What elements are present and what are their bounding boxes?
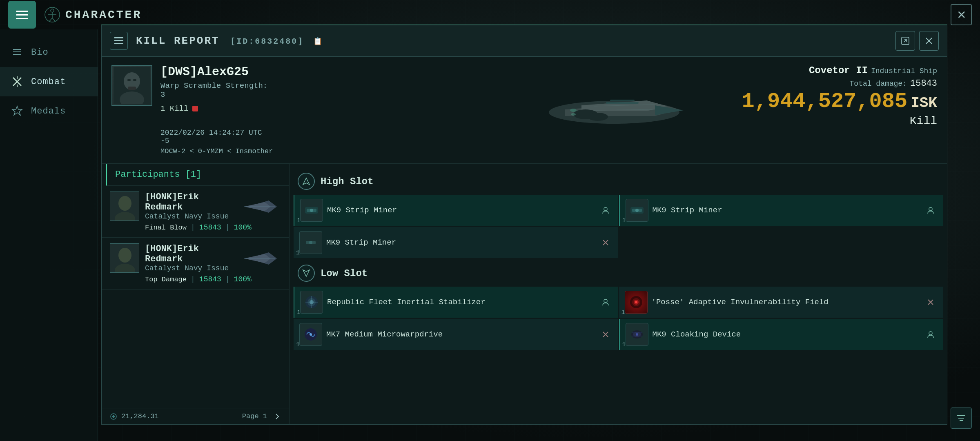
high-slot-name-1: MK9 Strip Miner [327, 205, 595, 216]
participant-ship-img-1 [240, 196, 281, 216]
hamburger-menu-button[interactable] [8, 1, 36, 29]
high-slot-name-2: MK9 Strip Miner [653, 205, 920, 216]
person-icon-2 [927, 207, 934, 214]
victim-name: [DWS]AlexG25 [160, 65, 275, 79]
sidebar-bio-label: Bio [31, 47, 49, 58]
high-slot-action-2 [924, 204, 937, 217]
ship-name-row: Covetor II Industrial Ship [809, 65, 937, 76]
svg-point-26 [133, 79, 136, 81]
low-slot-name-4: MK9 Cloaking Device [653, 330, 920, 340]
stat-percent-1: 100% [234, 223, 252, 232]
sidebar-item-bio[interactable]: Bio [0, 38, 98, 67]
bio-icon [10, 45, 24, 60]
svg-point-40 [118, 196, 131, 211]
modal-id: [ID:6832480] [230, 37, 304, 46]
low-slot-item-icon-4 [626, 323, 648, 346]
high-slot-action-1 [599, 204, 612, 217]
participant-stats-2: Top Damage | 15843 | 100% [110, 275, 281, 283]
stat-label-1: Final Blow [145, 224, 187, 232]
svg-point-87 [929, 332, 932, 335]
isk-row: 1,944,527,085 ISK [742, 91, 937, 112]
catalyst-ship-svg-2 [240, 248, 281, 269]
modal-close-button[interactable] [919, 31, 939, 51]
ship-name: Covetor II [809, 65, 868, 76]
hamburger-icon [16, 11, 28, 19]
medals-icon [10, 104, 24, 118]
strip-miner-icon-1 [303, 202, 320, 218]
participant-ship-2: Catalyst Navy Issue [145, 264, 234, 272]
high-slot-item-3[interactable]: 1 MK9 Strip Miner [294, 227, 618, 258]
strip-miner-icon-2 [629, 202, 645, 218]
export-button[interactable] [895, 31, 915, 51]
svg-point-46 [118, 248, 131, 263]
stat-damage-2: 15843 [199, 275, 221, 283]
high-slot-name-3: MK9 Strip Miner [326, 238, 595, 248]
svg-rect-37 [606, 102, 639, 104]
low-slot-item-4[interactable]: 1 MK9 Cloaking Device [619, 319, 943, 350]
svg-rect-7 [13, 51, 21, 52]
main-body: Participants [1] [HONK]Erik Redmark [102, 164, 947, 424]
high-slot-item-icon-1 [300, 199, 323, 222]
victim-avatar [111, 65, 152, 106]
chevron-right-icon [274, 413, 281, 420]
svg-point-25 [127, 79, 131, 81]
high-slot-svg-icon [301, 176, 311, 186]
victim-location: MOCW-2 < 0-YMZM < Insmother [160, 147, 275, 155]
person-icon-low-4 [927, 331, 934, 338]
invuln-field-icon [628, 294, 644, 310]
victim-info: [DWS]AlexG25 Warp Scramble Strength: 3 1… [160, 65, 275, 155]
low-slot-icon [298, 265, 315, 282]
low-slot-item-1[interactable]: 1 Republic Fleet Inertial Stabilizer [294, 287, 618, 318]
victim-kill-badge: 1 Kill [160, 104, 275, 113]
svg-rect-8 [13, 54, 21, 55]
participant-card-1: [HONK]Erik Redmark Catalyst Navy Issue [102, 186, 289, 238]
modal-title: KILL REPORT [ID:6832480] 📋 [136, 35, 887, 47]
ship-illustration-svg [532, 78, 688, 143]
strip-miner-icon-3 [303, 234, 319, 251]
low-slot-action-4 [924, 328, 937, 341]
svg-point-32 [588, 113, 608, 121]
stat-sep-1: | [191, 223, 195, 232]
filter-button[interactable] [951, 408, 972, 429]
high-slot-num-1: 1 [297, 217, 301, 224]
participant-face-2 [110, 244, 139, 273]
low-slot-item-icon-3 [299, 323, 322, 346]
person-icon-1 [602, 207, 609, 214]
participants-panel: Participants [1] [HONK]Erik Redmark [102, 164, 290, 424]
filter-icon [956, 412, 967, 424]
low-slot-item-icon-2 [625, 291, 648, 314]
high-slot-item-1[interactable]: 1 MK9 Strip Miner [294, 195, 618, 226]
svg-point-60 [929, 207, 932, 211]
low-slot-item-3[interactable]: 1 MK7 Medium Microwarpdrive [294, 319, 618, 350]
clipboard-icon: 📋 [313, 38, 323, 46]
high-slot-item-2[interactable]: 1 MK9 Strip Miner [619, 195, 943, 226]
modal-menu-button[interactable] [110, 32, 128, 50]
svg-point-75 [635, 301, 637, 303]
x-icon-3 [602, 239, 609, 246]
ship-svg-container [532, 78, 688, 143]
participant-name-2: [HONK]Erik Redmark [145, 244, 234, 264]
low-slot-item-2[interactable]: 1 'Posse' Adaptive Invulnerability Field [619, 287, 943, 318]
modal-header: KILL REPORT [ID:6832480] 📋 [102, 25, 947, 57]
sidebar-item-combat[interactable]: Combat [0, 67, 98, 96]
participant-top-1: [HONK]Erik Redmark Catalyst Navy Issue [110, 192, 281, 221]
app-title: CHARACTER [65, 9, 142, 21]
svg-rect-14 [114, 37, 123, 38]
top-close-button[interactable]: ✕ [951, 4, 972, 25]
person-icon-low-1 [602, 298, 609, 306]
stat-percent-2: 100% [234, 275, 252, 283]
participant-stats-1: Final Blow | 15843 | 100% [110, 223, 281, 232]
participant-info-1: [HONK]Erik Redmark Catalyst Navy Issue [145, 192, 234, 220]
participant-card-2: [HONK]Erik Redmark Catalyst Navy Issue [102, 238, 289, 290]
low-slot-name-3: MK7 Medium Microwarpdrive [326, 330, 595, 340]
total-damage-row: Total damage: 15843 [850, 78, 937, 89]
bottom-value: 21,284.31 [121, 412, 159, 420]
bottom-icon [110, 413, 117, 420]
sidebar-item-medals[interactable]: Medals [0, 96, 98, 126]
high-slot-action-3 [599, 236, 612, 249]
participants-header: Participants [1] [106, 164, 289, 186]
svg-marker-52 [112, 415, 115, 418]
svg-point-1 [51, 9, 54, 12]
high-slot-item-icon-3 [299, 231, 322, 254]
total-damage-value: 15843 [910, 78, 937, 89]
